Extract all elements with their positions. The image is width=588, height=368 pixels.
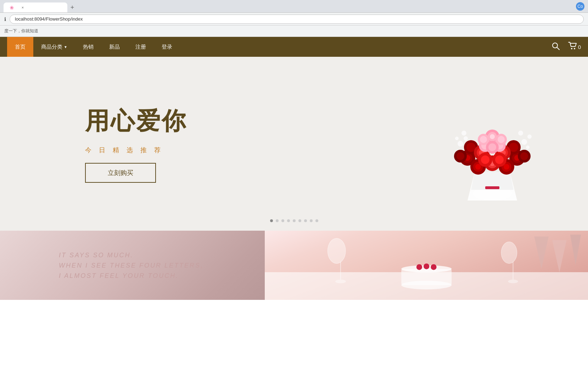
svg-point-57 bbox=[490, 134, 495, 139]
slider-dot-8[interactable] bbox=[310, 219, 313, 222]
slider-dot-9[interactable] bbox=[315, 219, 318, 222]
svg-point-33 bbox=[457, 152, 464, 160]
profile-button[interactable]: Co bbox=[576, 2, 584, 11]
svg-point-65 bbox=[480, 136, 487, 143]
svg-point-24 bbox=[475, 164, 481, 170]
nav-item-home[interactable]: 首页 bbox=[7, 37, 33, 57]
svg-point-75 bbox=[424, 263, 429, 269]
flower-bouquet-image bbox=[439, 87, 545, 201]
svg-point-67 bbox=[498, 136, 505, 143]
cart-button[interactable]: 0 bbox=[568, 42, 581, 52]
nav-item-new[interactable]: 新品 bbox=[101, 37, 128, 57]
svg-point-12 bbox=[527, 134, 532, 139]
inspire-line-1: IT SAYS SO MUCH. bbox=[59, 251, 203, 259]
svg-point-46 bbox=[481, 155, 489, 164]
svg-point-77 bbox=[501, 242, 517, 264]
cart-count: 0 bbox=[578, 44, 581, 50]
inspire-line-3: I ALMOST FEEL YOUR TOUCH. bbox=[59, 272, 203, 279]
search-icon[interactable] bbox=[552, 42, 560, 52]
svg-marker-81 bbox=[552, 240, 567, 273]
browser-right-controls: Co bbox=[576, 2, 584, 11]
svg-rect-7 bbox=[485, 186, 499, 189]
cart-icon bbox=[568, 42, 577, 52]
browser-chrome: 🌸 × + Co bbox=[0, 0, 588, 13]
url-bar[interactable]: localhost:8094/FlowerShop/index bbox=[10, 15, 584, 24]
nav-right-controls: 0 bbox=[552, 42, 581, 52]
address-bar: ℹ localhost:8094/FlowerShop/index bbox=[0, 13, 588, 26]
svg-point-14 bbox=[461, 131, 466, 136]
svg-point-48 bbox=[495, 155, 504, 164]
hero-subtitle: 今 日 精 选 推 荐 bbox=[85, 146, 187, 154]
inspire-right-image bbox=[265, 231, 588, 300]
nav-items: 首页 商品分类 ▼ 热销 新品 注册 登录 bbox=[7, 37, 552, 57]
nav-item-register[interactable]: 注册 bbox=[128, 37, 154, 57]
slider-dots bbox=[270, 219, 318, 222]
svg-point-68 bbox=[327, 238, 346, 263]
nav-item-hot[interactable]: 热销 bbox=[75, 37, 101, 57]
flower-image-container bbox=[439, 87, 545, 201]
svg-point-15 bbox=[518, 131, 523, 136]
slider-dot-3[interactable] bbox=[281, 219, 284, 222]
svg-point-2 bbox=[571, 48, 572, 49]
svg-point-3 bbox=[574, 48, 575, 49]
hero-section: 用心爱你 今 日 精 选 推 荐 立刻购买 bbox=[0, 57, 588, 231]
svg-marker-80 bbox=[534, 236, 549, 269]
inspire-line-2: WHEN I SEE THESE FOUR LETTERS, bbox=[59, 262, 203, 269]
navbar: 首页 商品分类 ▼ 热销 新品 注册 登录 bbox=[0, 37, 588, 57]
url-text: localhost:8094/FlowerShop/index bbox=[15, 16, 83, 22]
svg-point-9 bbox=[464, 136, 468, 141]
hero-title: 用心爱你 bbox=[85, 105, 187, 137]
tab-favicon: 🌸 bbox=[9, 5, 14, 10]
slider-dot-2[interactable] bbox=[276, 219, 279, 222]
svg-point-74 bbox=[416, 264, 422, 270]
svg-point-35 bbox=[520, 152, 528, 160]
hero-content-left: 用心爱你 今 日 精 选 推 荐 立刻购买 bbox=[85, 105, 187, 183]
svg-point-13 bbox=[526, 145, 530, 149]
slider-dot-6[interactable] bbox=[298, 219, 301, 222]
active-tab[interactable]: 🌸 × bbox=[4, 2, 67, 12]
slider-dot-1[interactable] bbox=[270, 219, 273, 222]
slider-dot-4[interactable] bbox=[287, 219, 290, 222]
nav-item-categories[interactable]: 商品分类 ▼ bbox=[33, 37, 75, 57]
security-info-icon[interactable]: ℹ bbox=[4, 16, 6, 22]
svg-marker-82 bbox=[570, 235, 581, 265]
svg-point-76 bbox=[431, 264, 436, 270]
hero-content-right bbox=[439, 87, 545, 201]
svg-point-8 bbox=[458, 141, 463, 147]
svg-point-10 bbox=[455, 137, 459, 140]
svg-point-27 bbox=[504, 164, 509, 170]
browser-tabs: 🌸 × + bbox=[4, 0, 77, 12]
inspire-text: IT SAYS SO MUCH. WHEN I SEE THESE FOUR L… bbox=[59, 251, 203, 279]
bookmarks-bar: 度一下，你就知道 bbox=[0, 26, 588, 37]
bookmark-text: 度一下，你就知道 bbox=[4, 28, 38, 34]
svg-point-11 bbox=[521, 139, 527, 145]
slider-dot-5[interactable] bbox=[293, 219, 296, 222]
new-tab-button[interactable]: + bbox=[67, 2, 77, 12]
slider-dot-7[interactable] bbox=[304, 219, 307, 222]
tab-close-button[interactable]: × bbox=[20, 5, 26, 10]
dropdown-arrow-icon: ▼ bbox=[64, 45, 67, 49]
cake-scene bbox=[265, 231, 588, 300]
nav-item-login[interactable]: 登录 bbox=[154, 37, 180, 57]
svg-point-63 bbox=[488, 143, 496, 151]
cake-table bbox=[265, 272, 588, 300]
inspire-section: IT SAYS SO MUCH. WHEN I SEE THESE FOUR L… bbox=[0, 231, 588, 300]
svg-line-1 bbox=[557, 47, 559, 50]
buy-now-button[interactable]: 立刻购买 bbox=[85, 163, 156, 183]
